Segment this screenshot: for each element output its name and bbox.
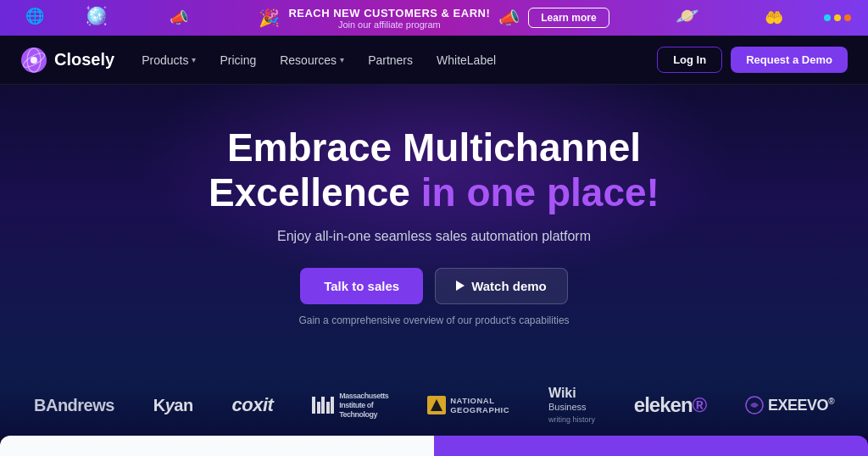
products-chevron-icon: ▾ xyxy=(192,55,196,64)
logo-eleken: eleken® xyxy=(634,393,706,417)
nav-pricing[interactable]: Pricing xyxy=(220,53,256,67)
logo-mit: MassachusettsInstitute ofTechnology xyxy=(312,392,388,419)
logo-wiki: Wiki Businesswriting history xyxy=(548,386,595,425)
logo-coxit: coxit xyxy=(232,394,274,416)
logo-national-geographic: NATIONALGEOGRAPHIC xyxy=(427,396,509,415)
banner-emoji-left: 🎉 xyxy=(259,8,280,28)
banner-emoji-right: 📣 xyxy=(498,8,520,28)
hero-subheading: Enjoy all-in-one seamless sales automati… xyxy=(20,229,848,244)
banner-subtitle: Join our affiliate program xyxy=(288,19,490,30)
strip-white xyxy=(0,436,434,456)
logo-kyan: Kyan xyxy=(153,396,193,415)
nav-actions: Log In Request a Demo xyxy=(657,47,848,73)
learn-more-button[interactable]: Learn more xyxy=(528,8,609,28)
exeevo-icon xyxy=(745,396,764,414)
dot-orange xyxy=(844,14,851,21)
dot-cyan xyxy=(824,14,831,21)
logo-icon xyxy=(20,47,47,74)
nav-partners[interactable]: Partners xyxy=(368,53,413,67)
hero-heading-line2-normal: Excellence xyxy=(209,170,421,214)
hero-section: Embrace Multichannel Excellence in one p… xyxy=(0,85,868,377)
login-button[interactable]: Log In xyxy=(657,47,722,73)
nav-whitelabel[interactable]: WhiteLabel xyxy=(437,53,496,67)
announcement-banner: 🌐 🪩 📣 🎉 REACH NEW CUSTOMERS & EARN! Join… xyxy=(0,0,868,36)
hero-heading-line1: Embrace Multichannel xyxy=(227,125,641,170)
logo-text: Closely xyxy=(54,50,114,70)
strip-purple xyxy=(434,436,868,456)
request-demo-button[interactable]: Request a Demo xyxy=(731,47,848,73)
logo-exeevo: EXEEVO® xyxy=(745,396,834,414)
navbar: Closely Products ▾ Pricing Resources ▾ P… xyxy=(0,36,868,85)
logo-andrews: BAndrews xyxy=(34,396,114,415)
dot-yellow xyxy=(834,14,841,21)
nav-products[interactable]: Products ▾ xyxy=(142,53,196,67)
banner-title: REACH NEW CUSTOMERS & EARN! xyxy=(288,7,490,19)
hero-heading-colored: in one place! xyxy=(421,170,659,214)
hero-caption: Gain a comprehensive overview of our pro… xyxy=(20,314,848,326)
resources-chevron-icon: ▾ xyxy=(340,55,344,64)
logos-section: BAndrews Kyan coxit MassachusettsInstitu… xyxy=(0,377,868,436)
bottom-strip xyxy=(0,436,868,456)
banner-dots xyxy=(824,14,851,21)
talk-to-sales-button[interactable]: Talk to sales xyxy=(300,268,423,304)
mit-bars-icon xyxy=(312,397,334,414)
nav-links: Products ▾ Pricing Resources ▾ Partners … xyxy=(142,53,657,67)
play-icon xyxy=(456,281,465,291)
hero-heading: Embrace Multichannel Excellence in one p… xyxy=(20,125,848,215)
hero-buttons: Talk to sales Watch demo xyxy=(20,268,848,304)
nav-resources[interactable]: Resources ▾ xyxy=(280,53,344,67)
svg-point-3 xyxy=(31,57,37,64)
logo-link[interactable]: Closely xyxy=(20,47,114,74)
ng-triangle-icon xyxy=(431,399,442,411)
watch-demo-button[interactable]: Watch demo xyxy=(435,268,568,304)
ng-yellow-box xyxy=(427,396,446,414)
